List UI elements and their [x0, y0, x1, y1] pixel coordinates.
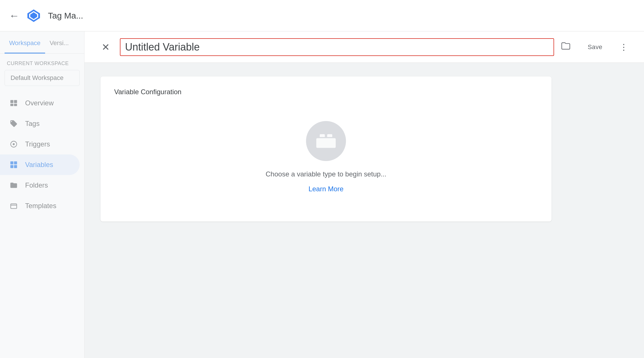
main-content: ✕ Save ⋮ Variable Configuration	[84, 31, 644, 358]
learn-more-link[interactable]: Learn More	[309, 185, 344, 193]
svg-rect-6	[10, 104, 13, 106]
templates-label: Templates	[25, 202, 56, 210]
gtm-logo	[25, 7, 42, 24]
svg-rect-7	[14, 104, 17, 106]
svg-rect-14	[11, 204, 17, 208]
svg-rect-4	[10, 100, 13, 103]
sidebar-item-templates[interactable]: Templates	[0, 196, 80, 216]
folders-icon	[9, 181, 18, 190]
sidebar-item-variables[interactable]: Variables	[0, 154, 80, 175]
config-card-title: Variable Configuration	[114, 88, 538, 96]
workspace-name: Default Workspace	[5, 70, 80, 86]
sidebar-item-overview[interactable]: Overview	[0, 93, 80, 113]
brick-icon	[316, 134, 336, 148]
svg-rect-12	[10, 165, 13, 168]
variable-config-card: Variable Configuration Choose a variable	[100, 77, 552, 222]
top-bar: ← Tag Ma...	[0, 0, 644, 31]
app-name: Tag Ma...	[48, 11, 83, 21]
sidebar-tabs: Workspace Versi...	[0, 31, 84, 54]
tab-versions[interactable]: Versi...	[45, 31, 73, 54]
folder-icon[interactable]	[561, 41, 571, 53]
variable-title-input[interactable]	[120, 38, 554, 56]
templates-icon	[9, 201, 18, 210]
svg-rect-5	[14, 100, 17, 103]
svg-rect-13	[14, 165, 17, 168]
sidebar-nav: Overview Tags Triggers Variables	[0, 93, 84, 216]
triggers-icon	[9, 140, 18, 149]
brick-body	[316, 138, 336, 148]
back-icon[interactable]: ←	[9, 10, 19, 22]
brick-stud-2	[327, 134, 332, 137]
config-empty-state: Choose a variable type to begin setup...…	[114, 110, 538, 210]
sidebar-item-triggers[interactable]: Triggers	[0, 134, 80, 154]
close-button[interactable]: ✕	[98, 40, 113, 55]
sidebar-item-tags[interactable]: Tags	[0, 113, 80, 134]
dialog-header: ✕ Save ⋮	[84, 31, 644, 63]
overview-label: Overview	[25, 99, 54, 107]
dialog-body: Variable Configuration Choose a variable	[84, 63, 644, 358]
svg-rect-10	[10, 161, 13, 164]
current-workspace-label: CURRENT WORKSPACE	[0, 54, 84, 70]
save-button[interactable]: Save	[577, 39, 613, 55]
sidebar-item-folders[interactable]: Folders	[0, 175, 80, 196]
dialog-header-right: Save ⋮	[577, 39, 630, 55]
svg-rect-11	[14, 161, 17, 164]
folders-label: Folders	[25, 181, 48, 189]
more-options-icon[interactable]: ⋮	[617, 40, 630, 54]
variable-type-icon-circle	[306, 121, 346, 161]
tags-label: Tags	[25, 120, 40, 128]
config-choose-text: Choose a variable type to begin setup...	[266, 170, 387, 178]
variables-icon	[9, 160, 18, 169]
tags-icon	[9, 119, 18, 128]
svg-point-9	[13, 143, 15, 145]
brick-stud-1	[320, 134, 325, 137]
variables-label: Variables	[25, 161, 53, 169]
brick-studs	[320, 134, 332, 137]
sidebar: Workspace Versi... CURRENT WORKSPACE Def…	[0, 31, 84, 358]
layout: Workspace Versi... CURRENT WORKSPACE Def…	[0, 31, 644, 358]
overview-icon	[9, 98, 18, 108]
triggers-label: Triggers	[25, 140, 50, 148]
tab-workspace[interactable]: Workspace	[5, 31, 45, 54]
